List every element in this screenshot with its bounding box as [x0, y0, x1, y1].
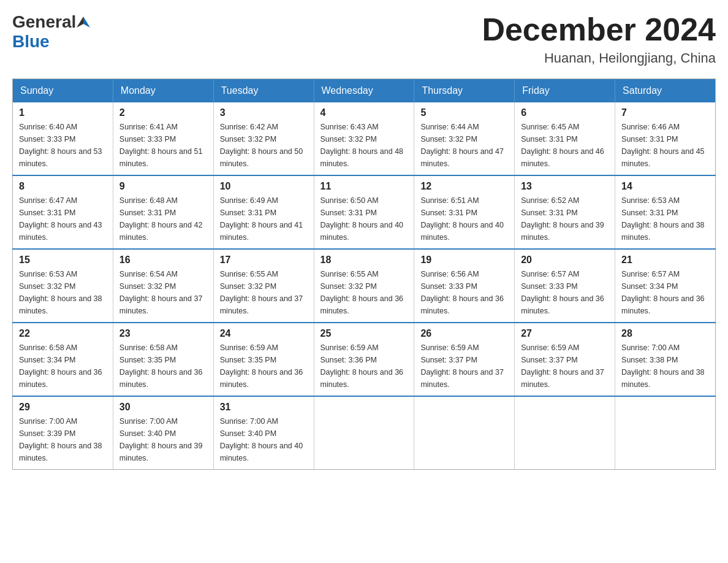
- day-number: 28: [621, 328, 709, 339]
- day-number: 22: [19, 328, 107, 339]
- calendar-day-cell: [314, 396, 414, 470]
- calendar-day-cell: 3 Sunrise: 6:42 AMSunset: 3:32 PMDayligh…: [213, 102, 314, 175]
- day-number: 18: [320, 255, 408, 266]
- day-number: 20: [521, 255, 609, 266]
- day-number: 16: [119, 255, 207, 266]
- day-number: 26: [420, 328, 508, 339]
- day-number: 3: [220, 107, 308, 118]
- calendar-week-row: 1 Sunrise: 6:40 AMSunset: 3:33 PMDayligh…: [13, 102, 716, 175]
- day-number: 31: [220, 402, 308, 413]
- day-number: 2: [119, 107, 207, 118]
- day-info: Sunrise: 6:41 AMSunset: 3:33 PMDaylight:…: [119, 123, 203, 168]
- weekday-header-row: SundayMondayTuesdayWednesdayThursdayFrid…: [13, 79, 716, 103]
- calendar-day-cell: 20 Sunrise: 6:57 AMSunset: 3:33 PMDaylig…: [515, 249, 615, 323]
- calendar-day-cell: 28 Sunrise: 7:00 AMSunset: 3:38 PMDaylig…: [615, 323, 716, 396]
- day-info: Sunrise: 6:59 AMSunset: 3:35 PMDaylight:…: [220, 343, 303, 389]
- calendar-day-cell: 8 Sunrise: 6:47 AMSunset: 3:31 PMDayligh…: [13, 175, 113, 249]
- calendar-day-cell: 27 Sunrise: 6:59 AMSunset: 3:37 PMDaylig…: [515, 323, 615, 396]
- calendar-day-cell: 16 Sunrise: 6:54 AMSunset: 3:32 PMDaylig…: [113, 249, 213, 323]
- day-number: 19: [420, 255, 508, 266]
- day-info: Sunrise: 6:46 AMSunset: 3:31 PMDaylight:…: [621, 123, 705, 168]
- day-number: 30: [119, 402, 207, 413]
- weekday-header-monday: Monday: [113, 79, 213, 103]
- day-info: Sunrise: 6:42 AMSunset: 3:32 PMDaylight:…: [220, 123, 303, 168]
- day-number: 8: [19, 181, 107, 192]
- day-info: Sunrise: 7:00 AMSunset: 3:38 PMDaylight:…: [621, 343, 705, 389]
- day-number: 5: [420, 107, 508, 118]
- day-number: 21: [621, 255, 709, 266]
- weekday-header-sunday: Sunday: [13, 79, 113, 103]
- day-number: 29: [19, 402, 107, 413]
- day-info: Sunrise: 7:00 AMSunset: 3:40 PMDaylight:…: [119, 417, 203, 462]
- weekday-header-friday: Friday: [515, 79, 615, 103]
- calendar-day-cell: 30 Sunrise: 7:00 AMSunset: 3:40 PMDaylig…: [113, 396, 213, 470]
- day-number: 13: [521, 181, 609, 192]
- logo-icon: [77, 15, 90, 29]
- calendar-week-row: 15 Sunrise: 6:53 AMSunset: 3:32 PMDaylig…: [13, 249, 716, 323]
- calendar-table: SundayMondayTuesdayWednesdayThursdayFrid…: [12, 79, 716, 470]
- weekday-header-tuesday: Tuesday: [213, 79, 314, 103]
- calendar-day-cell: 19 Sunrise: 6:56 AMSunset: 3:33 PMDaylig…: [414, 249, 515, 323]
- calendar-day-cell: 7 Sunrise: 6:46 AMSunset: 3:31 PMDayligh…: [615, 102, 716, 175]
- svg-marker-0: [83, 17, 90, 28]
- calendar-day-cell: 15 Sunrise: 6:53 AMSunset: 3:32 PMDaylig…: [13, 249, 113, 323]
- calendar-day-cell: [515, 396, 615, 470]
- day-info: Sunrise: 7:00 AMSunset: 3:39 PMDaylight:…: [19, 417, 102, 462]
- calendar-week-row: 8 Sunrise: 6:47 AMSunset: 3:31 PMDayligh…: [13, 175, 716, 249]
- day-number: 14: [621, 181, 709, 192]
- calendar-day-cell: 9 Sunrise: 6:48 AMSunset: 3:31 PMDayligh…: [113, 175, 213, 249]
- day-info: Sunrise: 6:53 AMSunset: 3:32 PMDaylight:…: [19, 270, 102, 315]
- day-number: 11: [320, 181, 408, 192]
- day-number: 23: [119, 328, 207, 339]
- day-number: 27: [521, 328, 609, 339]
- day-info: Sunrise: 6:53 AMSunset: 3:31 PMDaylight:…: [621, 196, 705, 242]
- calendar-day-cell: 26 Sunrise: 6:59 AMSunset: 3:37 PMDaylig…: [414, 323, 515, 396]
- day-number: 15: [19, 255, 107, 266]
- logo-general-text: General: [12, 12, 76, 32]
- calendar-day-cell: 24 Sunrise: 6:59 AMSunset: 3:35 PMDaylig…: [213, 323, 314, 396]
- logo: General Blue: [12, 12, 91, 52]
- calendar-day-cell: 6 Sunrise: 6:45 AMSunset: 3:31 PMDayligh…: [515, 102, 615, 175]
- calendar-day-cell: 29 Sunrise: 7:00 AMSunset: 3:39 PMDaylig…: [13, 396, 113, 470]
- day-info: Sunrise: 6:59 AMSunset: 3:37 PMDaylight:…: [420, 343, 504, 389]
- weekday-header-saturday: Saturday: [615, 79, 716, 103]
- day-number: 10: [220, 181, 308, 192]
- day-number: 9: [119, 181, 207, 192]
- day-info: Sunrise: 6:51 AMSunset: 3:31 PMDaylight:…: [420, 196, 504, 242]
- day-number: 25: [320, 328, 408, 339]
- day-info: Sunrise: 6:47 AMSunset: 3:31 PMDaylight:…: [19, 196, 102, 242]
- day-info: Sunrise: 6:55 AMSunset: 3:32 PMDaylight:…: [320, 270, 404, 315]
- day-number: 6: [521, 107, 609, 118]
- calendar-day-cell: 4 Sunrise: 6:43 AMSunset: 3:32 PMDayligh…: [314, 102, 414, 175]
- day-number: 12: [420, 181, 508, 192]
- day-info: Sunrise: 6:58 AMSunset: 3:35 PMDaylight:…: [119, 343, 203, 389]
- calendar-day-cell: 18 Sunrise: 6:55 AMSunset: 3:32 PMDaylig…: [314, 249, 414, 323]
- day-info: Sunrise: 6:56 AMSunset: 3:33 PMDaylight:…: [420, 270, 504, 315]
- calendar-day-cell: 23 Sunrise: 6:58 AMSunset: 3:35 PMDaylig…: [113, 323, 213, 396]
- calendar-week-row: 22 Sunrise: 6:58 AMSunset: 3:34 PMDaylig…: [13, 323, 716, 396]
- calendar-day-cell: 11 Sunrise: 6:50 AMSunset: 3:31 PMDaylig…: [314, 175, 414, 249]
- day-number: 1: [19, 107, 107, 118]
- day-number: 17: [220, 255, 308, 266]
- calendar-day-cell: 31 Sunrise: 7:00 AMSunset: 3:40 PMDaylig…: [213, 396, 314, 470]
- day-info: Sunrise: 6:49 AMSunset: 3:31 PMDaylight:…: [220, 196, 303, 242]
- svg-marker-1: [77, 17, 83, 28]
- day-info: Sunrise: 6:55 AMSunset: 3:32 PMDaylight:…: [220, 270, 303, 315]
- calendar-day-cell: 12 Sunrise: 6:51 AMSunset: 3:31 PMDaylig…: [414, 175, 515, 249]
- day-info: Sunrise: 6:59 AMSunset: 3:36 PMDaylight:…: [320, 343, 404, 389]
- day-info: Sunrise: 6:40 AMSunset: 3:33 PMDaylight:…: [19, 123, 102, 168]
- page-title: December 2024: [482, 12, 716, 47]
- calendar-day-cell: [414, 396, 515, 470]
- calendar-day-cell: 10 Sunrise: 6:49 AMSunset: 3:31 PMDaylig…: [213, 175, 314, 249]
- calendar-day-cell: 1 Sunrise: 6:40 AMSunset: 3:33 PMDayligh…: [13, 102, 113, 175]
- page-subtitle: Huanan, Heilongjiang, China: [482, 50, 716, 66]
- calendar-week-row: 29 Sunrise: 7:00 AMSunset: 3:39 PMDaylig…: [13, 396, 716, 470]
- day-info: Sunrise: 6:48 AMSunset: 3:31 PMDaylight:…: [119, 196, 203, 242]
- calendar-day-cell: 22 Sunrise: 6:58 AMSunset: 3:34 PMDaylig…: [13, 323, 113, 396]
- day-number: 4: [320, 107, 408, 118]
- day-info: Sunrise: 7:00 AMSunset: 3:40 PMDaylight:…: [220, 417, 303, 462]
- day-info: Sunrise: 6:57 AMSunset: 3:33 PMDaylight:…: [521, 270, 604, 315]
- weekday-header-wednesday: Wednesday: [314, 79, 414, 103]
- day-info: Sunrise: 6:50 AMSunset: 3:31 PMDaylight:…: [320, 196, 404, 242]
- day-info: Sunrise: 6:54 AMSunset: 3:32 PMDaylight:…: [119, 270, 203, 315]
